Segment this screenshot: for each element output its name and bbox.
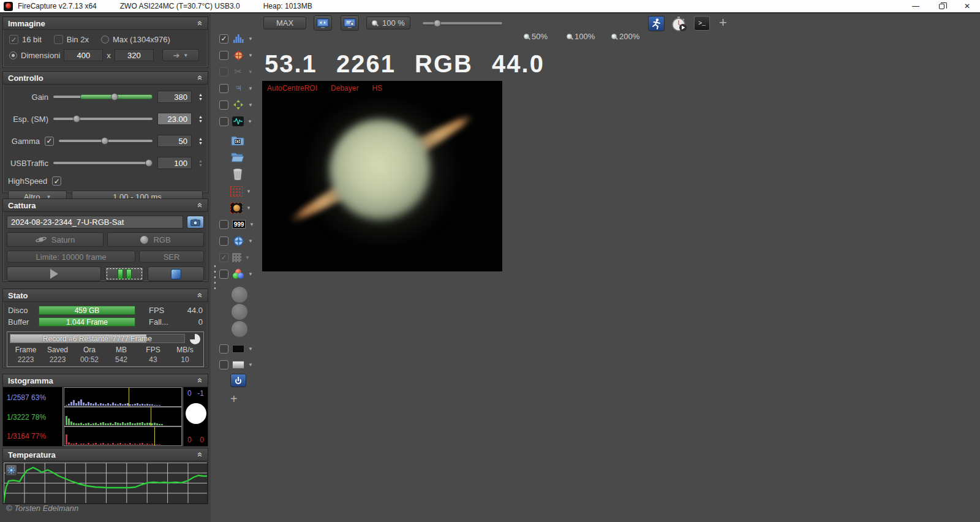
fullscreen-button[interactable] <box>314 15 332 31</box>
panel-istogramma-header[interactable]: Istogramma « <box>3 374 208 387</box>
16bit-checkbox[interactable]: ✓ <box>9 35 18 44</box>
power-button[interactable] <box>230 374 246 387</box>
chevron-down-icon[interactable]: ▼ <box>248 271 253 277</box>
histogram-icon[interactable] <box>232 33 244 44</box>
width-input[interactable]: 400 <box>64 49 103 61</box>
chevron-down-icon[interactable]: ▼ <box>248 53 253 58</box>
planet-feature-checkbox[interactable] <box>219 84 228 93</box>
filename-input[interactable]: 2024-08-23-2344_7-U-RGB-Sat <box>7 216 183 229</box>
frame-counter-icon[interactable]: 999 <box>232 220 246 229</box>
add-tool-icon[interactable]: + <box>230 392 238 406</box>
chevron-down-icon[interactable]: ▼ <box>247 119 252 124</box>
move-arrows-icon[interactable] <box>232 99 244 110</box>
gamma-checkbox[interactable]: ✓ <box>45 137 54 146</box>
filter-sphere-icon[interactable] <box>232 321 247 337</box>
chevron-down-icon[interactable]: ▼ <box>248 36 253 42</box>
roi-planet-icon[interactable] <box>230 203 243 213</box>
temperature-settings-button[interactable] <box>6 464 17 476</box>
chevron-down-icon[interactable]: ▼ <box>248 362 253 368</box>
alignment-target-icon[interactable] <box>232 50 244 61</box>
seeing-monitor-checkbox[interactable] <box>219 117 228 126</box>
height-input[interactable]: 320 <box>115 49 154 61</box>
autorun-button[interactable] <box>648 16 665 31</box>
chevron-down-icon[interactable]: ▼ <box>246 189 251 194</box>
frame-counter-checkbox[interactable] <box>219 220 228 229</box>
chevron-down-icon[interactable]: ▼ <box>248 238 253 244</box>
usbtraffic-value[interactable]: 100 <box>157 157 192 169</box>
zoom-100-button[interactable]: 100% <box>567 32 595 41</box>
colormode-button[interactable]: RGB <box>107 232 204 247</box>
gain-spinner[interactable]: ▲▼ <box>198 93 203 101</box>
exposure-slider-thumb[interactable] <box>73 115 80 123</box>
histogram-overlay-checkbox[interactable]: ✓ <box>219 34 228 44</box>
restore-button[interactable] <box>929 0 954 12</box>
filter-sphere-icon[interactable] <box>232 287 247 303</box>
zoom-200-button[interactable]: 200% <box>611 32 639 41</box>
collapse-icon[interactable]: « <box>197 21 203 26</box>
gain-slider[interactable] <box>53 93 153 101</box>
collapse-icon[interactable]: « <box>197 75 203 80</box>
resolution-dropdown[interactable]: ➔ ▼ <box>162 49 199 61</box>
panel-immagine-header[interactable]: Immagine « <box>3 17 208 30</box>
gamma-slider-thumb[interactable] <box>101 137 108 145</box>
gamma-value[interactable]: 50 <box>157 135 192 147</box>
flat-frame-icon[interactable] <box>232 361 244 369</box>
gamma-slider[interactable] <box>59 137 153 145</box>
open-folder-icon[interactable] <box>230 151 245 163</box>
crosshair-icon[interactable] <box>232 235 244 246</box>
close-button[interactable]: ✕ <box>954 0 980 12</box>
panel-stato-header[interactable]: Stato « <box>3 289 208 302</box>
chevron-down-icon[interactable]: ▼ <box>248 346 253 352</box>
format-button[interactable]: SER <box>139 251 204 263</box>
roi-region-icon[interactable] <box>230 186 243 197</box>
gamma-spinner[interactable]: ▲▼ <box>198 137 203 145</box>
panel-controllo-header[interactable]: Controllo « <box>3 72 208 85</box>
timer-button[interactable] <box>671 16 688 32</box>
zoom-display-button[interactable]: 100 % <box>366 17 410 29</box>
stop-button[interactable] <box>148 267 204 281</box>
display-settings-button[interactable] <box>341 15 359 31</box>
rgb-align-checkbox[interactable] <box>219 270 228 279</box>
live-preview[interactable]: AutoCentreROI Debayer HS <box>262 81 502 271</box>
trash-icon[interactable] <box>230 168 245 180</box>
max-resolution-button[interactable]: MAX <box>263 17 306 29</box>
waveform-icon[interactable] <box>232 116 244 126</box>
zoom-slider-thumb[interactable] <box>434 20 441 27</box>
highspeed-checkbox[interactable]: ✓ <box>52 176 61 186</box>
exposure-slider[interactable] <box>53 115 153 123</box>
minimize-button[interactable]: — <box>903 0 929 12</box>
exposure-spinner[interactable]: ▲▼ <box>198 115 203 123</box>
rgb-balls-icon[interactable] <box>232 268 244 279</box>
console-button[interactable]: >_ <box>694 16 710 31</box>
snapshot-button[interactable] <box>187 216 204 229</box>
bin2x-checkbox[interactable] <box>54 35 63 44</box>
dark-frame-checkbox[interactable] <box>219 344 228 354</box>
dark-frame-icon[interactable] <box>232 345 244 353</box>
video-folder-icon[interactable] <box>230 134 245 146</box>
zoom-slider[interactable] <box>423 19 502 28</box>
limit-button[interactable]: Limite: 10000 frame <box>7 251 135 263</box>
max-radio[interactable] <box>101 36 109 44</box>
collapse-icon[interactable]: « <box>197 203 203 208</box>
crosshair-checkbox[interactable] <box>219 236 228 246</box>
autoguide-checkbox[interactable] <box>219 100 228 110</box>
record-button[interactable] <box>7 267 101 281</box>
collapse-icon[interactable]: « <box>197 378 203 383</box>
object-button[interactable]: Saturn <box>7 232 104 247</box>
chevron-down-icon[interactable]: ▼ <box>248 102 253 108</box>
jupiter-icon[interactable]: ♃ <box>232 83 244 94</box>
exposure-value[interactable]: 23.00 <box>157 113 192 125</box>
flat-frame-checkbox[interactable] <box>219 360 228 369</box>
target-overlay-checkbox[interactable] <box>219 51 228 60</box>
pause-button[interactable] <box>105 267 144 281</box>
splitter-handle[interactable] <box>214 263 216 290</box>
gain-slider-thumb[interactable] <box>111 93 118 100</box>
gain-value[interactable]: 380 <box>157 91 192 103</box>
chevron-down-icon[interactable]: ▼ <box>248 86 253 91</box>
collapse-icon[interactable]: « <box>197 452 203 457</box>
filter-sphere-icon[interactable] <box>232 304 247 320</box>
usbtraffic-slider-thumb[interactable] <box>145 159 153 167</box>
collapse-icon[interactable]: « <box>197 293 203 298</box>
chevron-down-icon[interactable]: ▼ <box>249 222 254 227</box>
dimensioni-radio[interactable] <box>9 51 17 59</box>
